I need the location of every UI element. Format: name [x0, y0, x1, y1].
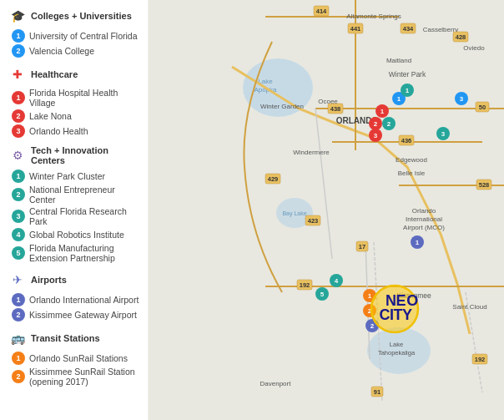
- legend-label-tech-3: Central Florida Research Park: [29, 206, 141, 226]
- svg-text:192: 192: [475, 356, 486, 363]
- colleges-section-title: Colleges + Universities: [31, 11, 132, 21]
- legend-item-tech-2: 2National Entrepreneur Center: [8, 184, 141, 205]
- legend-header-transit: 🚌Transit Stations: [8, 329, 141, 347]
- legend-item-healthcare-3: 3Orlando Health: [8, 124, 141, 139]
- svg-text:4: 4: [335, 277, 339, 285]
- tech-section-icon: ⚙: [8, 146, 27, 164]
- legend-label-tech-1: Winter Park Cluster: [29, 171, 105, 181]
- svg-text:1: 1: [397, 95, 401, 103]
- badge-tech-4: 4: [12, 228, 25, 241]
- legend-section-healthcare: ✚Healthcare1Florida Hospital Health Vill…: [8, 65, 141, 139]
- legend-section-transit: 🚌Transit Stations1Orlando SunRail Statio…: [8, 329, 141, 387]
- legend-label-tech-5: Florida Manufacturing Extension Partners…: [29, 243, 141, 263]
- badge-tech-1: 1: [12, 170, 25, 183]
- svg-text:1: 1: [381, 108, 385, 115]
- legend-item-airports-1: 1Orlando International Airport: [8, 292, 141, 307]
- legend-label-colleges-2: Valencia College: [29, 46, 94, 56]
- legend-header-colleges: 🎓Colleges + Universities: [8, 7, 141, 25]
- svg-text:436: 436: [401, 137, 412, 144]
- svg-text:434: 434: [403, 25, 414, 33]
- legend-label-tech-2: National Entrepreneur Center: [29, 185, 141, 205]
- badge-airports-1: 1: [12, 293, 25, 306]
- svg-text:Winter Garden: Winter Garden: [260, 103, 304, 110]
- badge-tech-5: 5: [12, 246, 25, 260]
- badge-transit-1: 1: [12, 352, 25, 365]
- badge-colleges-1: 1: [12, 29, 25, 43]
- legend-section-colleges: 🎓Colleges + Universities1University of C…: [8, 7, 141, 58]
- svg-text:Maitland: Maitland: [386, 57, 411, 64]
- legend-label-healthcare-1: Florida Hospital Health Village: [29, 88, 141, 108]
- legend-item-transit-1: 1Orlando SunRail Stations: [8, 351, 141, 366]
- legend-item-tech-3: 3Central Florida Research Park: [8, 205, 141, 227]
- svg-text:423: 423: [308, 217, 319, 225]
- svg-text:Edgewood: Edgewood: [396, 156, 427, 164]
- svg-text:429: 429: [268, 175, 279, 183]
- badge-healthcare-3: 3: [12, 124, 25, 138]
- legend-item-healthcare-2: 2Lake Nona: [8, 109, 141, 124]
- svg-text:528: 528: [479, 181, 490, 189]
- svg-text:17: 17: [359, 243, 365, 250]
- healthcare-section-icon: ✚: [8, 65, 27, 83]
- legend-label-airports-2: Kissimmee Gateway Airport: [29, 310, 137, 320]
- transit-section-title: Transit Stations: [31, 333, 100, 343]
- legend-header-healthcare: ✚Healthcare: [8, 65, 141, 83]
- svg-text:91: 91: [374, 388, 381, 396]
- svg-text:Bay Lake: Bay Lake: [282, 210, 306, 217]
- svg-text:International: International: [406, 215, 442, 223]
- svg-text:Tahopekaliga: Tahopekaliga: [378, 349, 416, 357]
- legend-panel: 🎓Colleges + Universities1University of C…: [0, 0, 149, 420]
- svg-text:Casselberry: Casselberry: [423, 26, 459, 33]
- healthcare-section-title: Healthcare: [31, 69, 78, 79]
- svg-text:Winter Park: Winter Park: [389, 70, 426, 78]
- svg-text:Davenport: Davenport: [260, 380, 292, 387]
- svg-text:Airport (MCO): Airport (MCO): [403, 224, 445, 231]
- badge-tech-2: 2: [12, 188, 25, 201]
- legend-label-tech-4: Global Robotics Institute: [29, 230, 124, 240]
- svg-text:192: 192: [300, 281, 310, 289]
- legend-label-colleges-1: University of Central Florida: [29, 31, 138, 41]
- badge-colleges-2: 2: [12, 44, 25, 58]
- legend-section-tech: ⚙Tech + Innovation Centers1Winter Park C…: [8, 145, 141, 264]
- svg-text:428: 428: [456, 33, 466, 41]
- legend-header-airports: ✈Airports: [8, 271, 141, 289]
- airports-section-icon: ✈: [8, 271, 27, 289]
- legend-label-transit-2: Kissimmee SunRail Station (opening 2017): [29, 367, 141, 387]
- legend-label-healthcare-2: Lake Nona: [29, 111, 72, 121]
- badge-airports-2: 2: [12, 308, 25, 321]
- svg-text:3: 3: [441, 130, 446, 138]
- legend-item-airports-2: 2Kissimmee Gateway Airport: [8, 307, 141, 322]
- legend-item-tech-5: 5Florida Manufacturing Extension Partner…: [8, 242, 141, 264]
- svg-text:1: 1: [406, 87, 410, 94]
- svg-text:441: 441: [350, 25, 361, 33]
- svg-text:CITY: CITY: [379, 306, 411, 323]
- colleges-section-icon: 🎓: [8, 7, 27, 25]
- svg-text:3: 3: [374, 132, 378, 139]
- legend-item-healthcare-1: 1Florida Hospital Health Village: [8, 87, 141, 109]
- legend-item-colleges-1: 1University of Central Florida: [8, 28, 141, 43]
- airports-section-title: Airports: [31, 275, 67, 285]
- svg-text:Orlando: Orlando: [412, 207, 436, 215]
- legend-label-airports-1: Orlando International Airport: [29, 295, 139, 305]
- badge-healthcare-1: 1: [12, 91, 25, 104]
- legend-item-transit-2: 2Kissimmee SunRail Station (opening 2017…: [8, 366, 141, 387]
- svg-text:1: 1: [368, 292, 372, 300]
- svg-text:Saint Cloud: Saint Cloud: [452, 303, 486, 311]
- legend-section-airports: ✈Airports1Orlando International Airport2…: [8, 271, 141, 322]
- legend-item-colleges-2: 2Valencia College: [8, 43, 141, 58]
- svg-text:414: 414: [316, 8, 327, 15]
- svg-text:5: 5: [320, 291, 325, 298]
- legend-label-transit-1: Orlando SunRail Stations: [29, 353, 128, 363]
- svg-text:Belle Isle: Belle Isle: [398, 170, 426, 177]
- map-area: Lake Apopka Bay Lake Altamon: [149, 0, 504, 420]
- svg-text:2: 2: [374, 120, 378, 128]
- svg-text:2: 2: [370, 322, 375, 330]
- badge-tech-3: 3: [12, 210, 25, 223]
- svg-text:Oviedo: Oviedo: [463, 44, 485, 52]
- badge-healthcare-2: 2: [12, 109, 25, 123]
- legend-header-tech: ⚙Tech + Innovation Centers: [8, 145, 141, 165]
- svg-text:2: 2: [387, 120, 391, 128]
- svg-text:50: 50: [479, 104, 486, 111]
- legend-item-tech-1: 1Winter Park Cluster: [8, 169, 141, 184]
- legend-label-healthcare-3: Orlando Health: [29, 126, 88, 136]
- legend-item-tech-4: 4Global Robotics Institute: [8, 227, 141, 242]
